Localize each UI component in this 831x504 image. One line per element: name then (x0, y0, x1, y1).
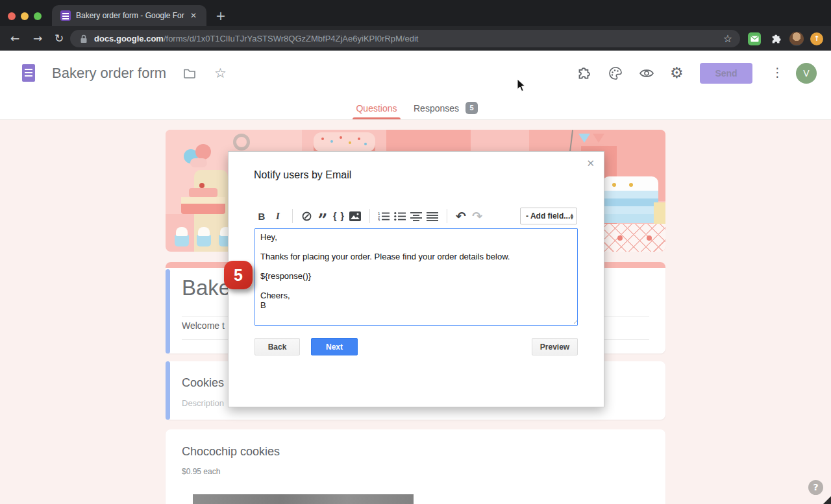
corner-artifact (823, 496, 831, 504)
url-path: /forms/d/1x0T1ClIuTJrYaSTSWr8QGzZMbfP4Zj… (164, 34, 419, 43)
insert-image-button[interactable] (347, 208, 363, 224)
preview-eye-icon[interactable] (639, 67, 654, 79)
cookie-photo (193, 494, 414, 504)
window-close-button[interactable] (8, 12, 16, 20)
email-notifications-extension-icon[interactable] (748, 32, 761, 45)
browser-tab[interactable]: Bakery order form - Google For ✕ (52, 5, 206, 26)
back-icon[interactable]: ← (6, 32, 23, 45)
dropdown-down-arrow: ▼ (570, 216, 573, 219)
question-description: $0.95 each (182, 467, 220, 476)
add-field-label: - Add field... (526, 211, 570, 221)
browser-profile-avatar[interactable] (789, 32, 804, 46)
notify-users-modal: Notify users by Email ✕ B I ” { } 123 (228, 151, 604, 407)
textarea-resize-handle[interactable] (571, 318, 577, 324)
profile-sync-icon[interactable]: ↑ (810, 32, 823, 45)
tab-questions[interactable]: Questions (353, 103, 401, 114)
form-description-field[interactable]: Welcome t (182, 320, 225, 331)
settings-gear-icon[interactable]: ⚙ (670, 64, 684, 81)
more-options-icon[interactable]: ⋮ (771, 65, 784, 79)
align-justify-button[interactable] (425, 208, 440, 224)
tab-close-icon[interactable]: ✕ (190, 11, 197, 20)
bold-button[interactable]: B (254, 208, 269, 224)
responses-count-badge: 5 (465, 102, 478, 114)
form-title-field[interactable]: Bake (182, 276, 230, 300)
add-field-dropdown[interactable]: - Add field... ▲▼ (520, 208, 577, 224)
selected-card-accent (166, 361, 170, 420)
numbered-list-button[interactable]: 123 (376, 208, 391, 224)
forms-document-icon (22, 64, 35, 82)
address-bar[interactable]: docs.google.com/forms/d/1x0T1ClIuTJrYaST… (70, 30, 740, 47)
tab-title: Bakery order form - Google For (76, 11, 188, 20)
banner-flag (593, 134, 604, 143)
customize-theme-palette-icon[interactable] (608, 66, 623, 81)
bulleted-list-button[interactable] (392, 208, 408, 224)
banner-macaron (195, 144, 211, 160)
banner-cherry (199, 183, 205, 188)
next-button[interactable]: Next (311, 338, 358, 355)
svg-text:3: 3 (378, 218, 380, 221)
send-button[interactable]: Send (700, 63, 752, 84)
forward-icon[interactable]: → (29, 32, 46, 45)
banner-flag (578, 134, 590, 143)
modal-close-icon[interactable]: ✕ (586, 158, 595, 169)
toolbar-divider (369, 209, 370, 223)
step-annotation-badge: 5 (224, 261, 253, 289)
modal-title: Notify users by Email (254, 169, 351, 181)
undo-button[interactable]: ↶ (453, 208, 469, 224)
banner-ring (233, 134, 250, 150)
google-forms-favicon (60, 10, 71, 21)
italic-button[interactable]: I (270, 208, 286, 224)
question-title[interactable]: Chocochip cookies (182, 445, 280, 459)
toolbar-divider (447, 209, 447, 223)
section-description[interactable]: Description (182, 398, 224, 408)
banner-cupcake-cup (175, 235, 189, 246)
window-zoom-button[interactable] (34, 12, 42, 20)
star-form-icon[interactable]: ☆ (214, 66, 227, 81)
active-tab-underline (353, 117, 401, 119)
banner-blue-cake (602, 191, 658, 198)
banner-yellow-block (654, 202, 665, 224)
browser-tab-strip: Bakery order form - Google For ✕ + (0, 0, 831, 26)
toolbar-divider (292, 209, 293, 223)
chocochip-question-card[interactable]: Chocochip cookies $0.95 each (166, 429, 665, 504)
extensions-puzzle-icon[interactable] (770, 32, 783, 45)
tab-responses[interactable]: Responses (414, 103, 459, 114)
section-title[interactable]: Cookies (182, 376, 224, 390)
account-avatar[interactable]: V (796, 63, 817, 84)
lock-icon (79, 34, 88, 44)
insert-link-button[interactable] (299, 208, 314, 224)
back-button[interactable]: Back (254, 338, 300, 355)
selected-card-accent (166, 269, 170, 354)
code-button[interactable]: { } (331, 208, 347, 224)
form-title[interactable]: Bakery order form (52, 65, 166, 82)
url-domain: docs.google.com (94, 34, 164, 43)
banner-macaron (190, 158, 207, 167)
banner-cake-tier (181, 204, 225, 214)
blockquote-button[interactable]: ” (315, 208, 330, 224)
banner-lattice (602, 224, 665, 252)
add-ons-icon[interactable] (577, 66, 592, 81)
bookmark-star-icon[interactable]: ☆ (723, 32, 732, 45)
banner-blue-cake-base (598, 214, 663, 223)
move-to-folder-icon[interactable] (183, 67, 196, 79)
help-button[interactable]: ? (808, 480, 823, 495)
email-message-textarea[interactable]: Hey, Thanks for placing your order. Plea… (254, 228, 578, 326)
banner-cake-tier (181, 197, 225, 204)
reload-icon[interactable]: ↻ (51, 32, 68, 45)
screen: Bakery order form - Google For ✕ + ← → ↻… (0, 0, 831, 504)
align-center-button[interactable] (408, 208, 424, 224)
new-tab-button[interactable]: + (216, 8, 226, 23)
banner-frosting (602, 176, 658, 191)
preview-button[interactable]: Preview (532, 338, 578, 355)
mouse-cursor (517, 79, 526, 92)
banner-dots (612, 183, 616, 187)
banner-cake-tier (189, 188, 217, 197)
editor-toolbar: B I ” { } 123 ↶ (254, 207, 486, 225)
redo-button[interactable]: ↷ (469, 208, 485, 224)
window-minimize-button[interactable] (21, 12, 29, 20)
banner-cupcake-swirl (176, 227, 188, 236)
